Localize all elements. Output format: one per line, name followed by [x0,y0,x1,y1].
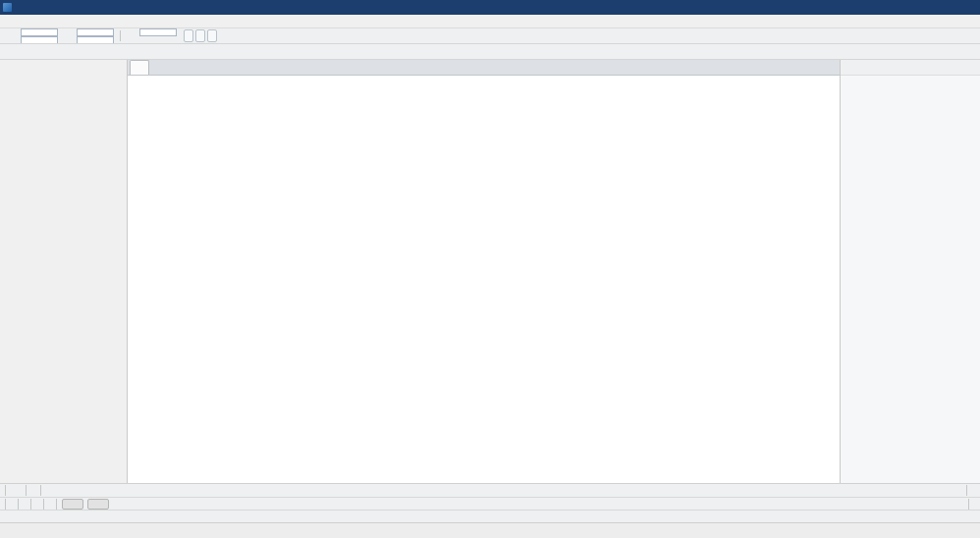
collapse-panel-icon[interactable] [844,61,857,74]
separator [18,499,19,510]
status-bar [0,522,980,538]
dz-input[interactable] [139,28,177,36]
drawing-canvas[interactable] [128,76,840,483]
separator [120,30,121,41]
tracker-z [124,28,177,44]
toolbox [0,60,128,483]
separator [5,485,6,496]
tab-1fl[interactable] [130,60,149,75]
edit-options-bar [0,497,980,510]
separator [30,499,31,510]
tracker-distance-angle [61,28,114,44]
tab-bar [128,60,840,76]
angle-input[interactable] [77,36,114,44]
floor-plan-drawing [128,76,840,483]
move-dropdown[interactable] [184,29,193,42]
app-icon [3,3,12,12]
main-area [0,60,980,483]
separator [26,485,27,496]
selected-layer-dropdown[interactable] [195,29,205,42]
cancel-button[interactable] [87,499,109,510]
archicad-window [0,0,980,538]
navigator-header [841,60,980,76]
navigator-panel [840,60,980,483]
canvas-area [128,60,840,483]
title-bar [0,0,980,15]
tracker-xy [5,28,58,44]
quick-options-bar [0,483,980,497]
dy-input[interactable] [21,36,58,44]
separator [968,499,969,510]
separator [40,485,41,496]
menubar [0,15,980,28]
dx-input[interactable] [21,28,58,36]
ok-button[interactable] [62,499,83,510]
edit-tools-bar [0,510,980,522]
all-layers-dropdown[interactable] [207,29,217,42]
secondary-toolbar [0,44,980,60]
navigator-tree [841,76,980,483]
separator [5,499,6,510]
standard-toolbar [0,28,980,44]
coordinate-tracker [5,28,180,44]
distance-input[interactable] [77,28,114,36]
separator [56,499,57,510]
separator [43,499,44,510]
separator [966,485,967,496]
